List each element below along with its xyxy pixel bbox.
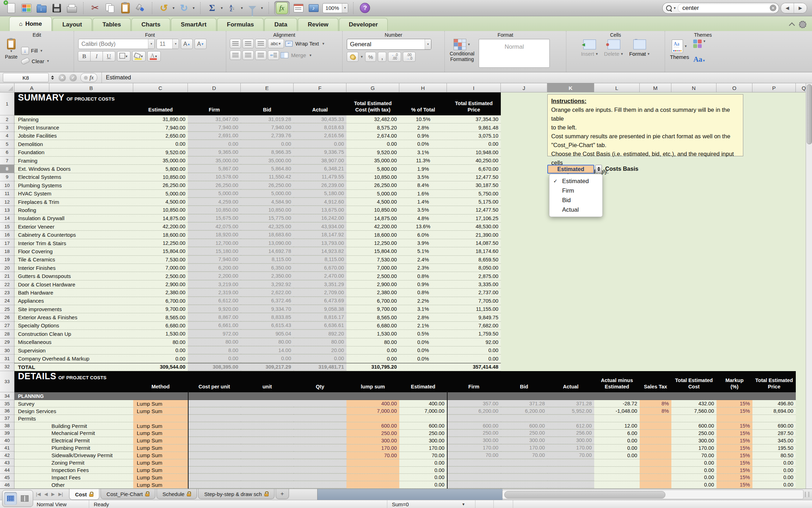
cell-lump-sum[interactable]: 170.00 <box>346 445 399 452</box>
cell-total-price[interactable]: 357,414.48 <box>447 363 501 371</box>
cell-total-price[interactable]: 195.50 <box>752 445 796 452</box>
cell-total-cost[interactable]: 5,000.00 <box>346 190 399 198</box>
cell-total-cost[interactable]: 0.00 <box>346 140 399 148</box>
row-header-25[interactable]: 25 <box>0 305 14 313</box>
cell-estimated[interactable]: 2,380.00 <box>133 289 188 296</box>
cell-pct-of-total[interactable]: 2.4% <box>399 256 447 264</box>
cell-bid[interactable]: 31,019.28 <box>241 115 294 123</box>
row-header-20[interactable]: 20 <box>0 264 14 272</box>
cell-cost-per-unit[interactable] <box>188 422 241 429</box>
cell-actual[interactable]: 16,242.00 <box>294 214 346 222</box>
collapse-ribbon-icon[interactable] <box>789 22 795 28</box>
cell-firm[interactable]: 42,075.00 <box>188 223 241 230</box>
details-row-label[interactable]: Design Services <box>14 407 133 415</box>
horizontal-scrollbar-thumb[interactable] <box>504 491 665 498</box>
cell-estimated[interactable]: 2,500.00 <box>133 272 188 280</box>
cell-firm[interactable]: 9,920.00 <box>188 305 241 313</box>
summary-row-label[interactable]: Gutters & Downspouts <box>14 272 133 280</box>
cell-markup[interactable]: 15% <box>716 400 752 407</box>
cell-bid[interactable]: 7,940.00 <box>241 123 294 131</box>
paste-button[interactable]: ▼ Paste <box>5 39 18 72</box>
last-sheet-button[interactable]: ▶| <box>58 491 63 497</box>
cell-actual[interactable]: 300.00 <box>547 437 594 444</box>
cell-cost-per-unit[interactable] <box>188 400 241 407</box>
summary-row-label[interactable]: Exterior Veneer <box>14 223 133 230</box>
cell-bid[interactable]: 250.00 <box>501 430 547 437</box>
cell-estimated[interactable]: 1,530.00 <box>133 330 188 338</box>
cell-pct-of-total[interactable]: 3.1% <box>399 149 447 156</box>
wrap-text-button[interactable]: Wrap Text <box>295 41 319 47</box>
summary-row-label[interactable]: Floor Covering <box>14 247 133 255</box>
row-header-18[interactable]: 18 <box>0 247 14 255</box>
insert-function-button[interactable]: fx <box>80 73 97 82</box>
cell-total-price[interactable]: 0.00 <box>752 474 796 481</box>
cell-estimated[interactable]: 18,600.00 <box>133 231 188 238</box>
details-row-label[interactable]: Building Permit <box>14 422 133 429</box>
cell-actual-minus-estimated[interactable]: -28.72 <box>594 400 640 407</box>
cell-estimated[interactable]: 0.00 <box>133 140 188 148</box>
formula-content[interactable]: Estimated <box>102 74 131 81</box>
cell-lump-sum[interactable]: 300.00 <box>346 437 399 444</box>
add-sheet-button[interactable]: + <box>276 489 289 499</box>
cell-pct-of-total[interactable]: 3.5% <box>399 173 447 181</box>
cell-actual-minus-estimated[interactable]: 12.00 <box>594 422 640 429</box>
cell-pct-of-total[interactable]: 0.0% <box>399 140 447 148</box>
italic-button[interactable]: I <box>90 51 103 61</box>
select-all-corner[interactable] <box>0 83 14 92</box>
cell-method[interactable]: Lump Sum <box>133 459 188 466</box>
row-header-23[interactable]: 23 <box>0 289 14 297</box>
cell-firm[interactable]: 2,691.00 <box>188 132 241 140</box>
next-sheet-button[interactable]: ▶ <box>51 491 55 497</box>
cell-bid[interactable]: 15,775.00 <box>241 214 294 222</box>
cell-pct-of-total[interactable]: 4.8% <box>399 214 447 222</box>
cell-qty[interactable] <box>294 415 346 422</box>
cell-firm[interactable]: 7,940.00 <box>188 123 241 131</box>
cell-firm[interactable]: 5,000.00 <box>188 190 241 198</box>
cell-total-cost[interactable]: 0.00 <box>671 474 716 481</box>
cell-actual[interactable]: 43,934.00 <box>294 223 346 230</box>
cell-total-price[interactable]: 7,682.00 <box>447 322 501 329</box>
cell-pct-of-total[interactable]: 11.3% <box>399 157 447 164</box>
cell-bid[interactable]: 13,090.00 <box>241 239 294 247</box>
cell-total-cost[interactable]: 2,900.00 <box>346 280 399 288</box>
cell-actual[interactable]: 2,709.00 <box>294 289 346 296</box>
cell-cost-per-unit[interactable] <box>188 467 241 474</box>
cell-qty[interactable] <box>294 467 346 474</box>
summary-row-label[interactable]: Site improvements <box>14 305 133 313</box>
summary-row-label[interactable]: Insulation & Drywall <box>14 214 133 222</box>
cell-total-price[interactable]: 14,087.50 <box>447 239 501 247</box>
cell-firm[interactable] <box>447 415 501 422</box>
cell-estimated[interactable]: 5,800.00 <box>133 165 188 173</box>
cell-firm[interactable]: 972.00 <box>188 330 241 338</box>
cell-total-cost[interactable]: 2,500.00 <box>346 272 399 280</box>
decrease-decimal-button[interactable]: .00→.0 <box>403 52 416 62</box>
undo-caret-icon[interactable]: ▼ <box>172 6 175 10</box>
cell-lump-sum[interactable] <box>346 459 399 466</box>
cell-cost-per-unit[interactable] <box>188 452 241 459</box>
cell-actual[interactable] <box>547 481 594 488</box>
cell-cost-per-unit[interactable] <box>188 474 241 481</box>
format-painter-icon[interactable] <box>134 2 147 14</box>
sheet-canvas[interactable]: SUMMARYOF PROJECT COSTSEstimatedFirmBidA… <box>14 92 806 489</box>
normal-view-button[interactable] <box>4 492 17 505</box>
cell-actual[interactable]: 8,816.17 <box>294 313 346 321</box>
row-header-26[interactable]: 26 <box>0 313 14 321</box>
cell-firm[interactable]: 600.00 <box>447 422 501 429</box>
details-row-label[interactable]: Inspection Fees <box>14 467 133 474</box>
cell-sales-tax[interactable] <box>640 452 671 459</box>
cell-actual[interactable]: 70.00 <box>547 452 594 459</box>
ribbon-tab-charts[interactable]: Charts <box>131 18 170 31</box>
cell-bid[interactable]: 14.00 <box>241 346 294 354</box>
cell-lump-sum[interactable]: 70.00 <box>346 452 399 459</box>
cell-pct-of-total[interactable]: 1.9% <box>399 165 447 173</box>
align-left-button[interactable] <box>230 50 241 60</box>
cell-method[interactable]: Lump Sum <box>133 474 188 481</box>
cell-actual-minus-estimated[interactable]: 0.00 <box>594 452 640 459</box>
cell-total-cost[interactable]: 6,700.00 <box>346 297 399 305</box>
cell-actual[interactable] <box>547 467 594 474</box>
cell-qty[interactable] <box>294 459 346 466</box>
filter-icon[interactable] <box>246 2 259 14</box>
zoom-caret-icon[interactable]: ▼ <box>342 4 348 13</box>
cell-total-cost[interactable]: 10,850.00 <box>346 173 399 181</box>
fill-button[interactable]: ↓Fill▼ <box>21 47 50 55</box>
